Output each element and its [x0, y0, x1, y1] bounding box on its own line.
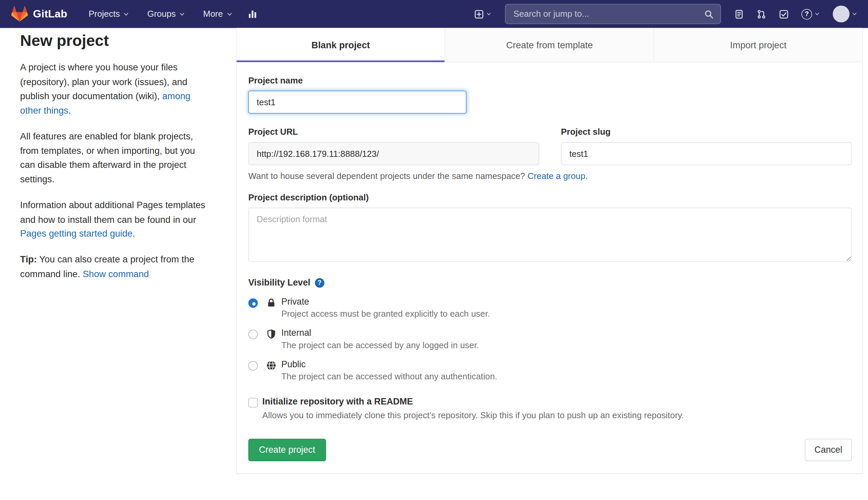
- intro-p1-end: .: [68, 105, 71, 115]
- create-a-group-link[interactable]: Create a group.: [527, 171, 588, 181]
- new-menu-button[interactable]: [470, 6, 496, 22]
- cancel-button[interactable]: Cancel: [805, 439, 852, 461]
- search-box[interactable]: [505, 4, 721, 24]
- visibility-private-description: Project access must be granted explicitl…: [281, 309, 490, 319]
- project-name-label: Project name: [248, 76, 852, 86]
- gitlab-home-link[interactable]: GitLab: [11, 6, 67, 22]
- nav-groups[interactable]: Groups: [141, 5, 192, 23]
- radio-internal[interactable]: [248, 330, 258, 339]
- chevron-down-icon: [179, 11, 185, 17]
- brand-name: GitLab: [33, 8, 68, 20]
- project-url-label: Project URL: [248, 127, 539, 137]
- intro-p3-end: .: [133, 229, 135, 239]
- tip-label: Tip:: [20, 254, 37, 264]
- visibility-option-internal: Internal The project can be accessed by …: [248, 328, 852, 351]
- readme-description: Allows you to immediately clone this pro…: [262, 410, 684, 420]
- visibility-public-description: The project can be accessed without any …: [281, 372, 497, 382]
- lock-icon: [266, 298, 276, 308]
- navbar-right: ?: [470, 2, 863, 26]
- tab-import-project[interactable]: Import project: [654, 28, 862, 62]
- intro-p3-text: Information about additional Pages templ…: [20, 200, 205, 224]
- chevron-down-icon: [486, 11, 492, 17]
- project-description-textarea[interactable]: [248, 208, 852, 262]
- radio-private[interactable]: [248, 298, 258, 308]
- project-name-input[interactable]: [248, 91, 467, 114]
- page-title: New project: [20, 32, 209, 49]
- merge-requests-button[interactable]: [753, 6, 770, 22]
- new-project-panel: Blank project Create from template Impor…: [236, 28, 863, 474]
- question-icon: ?: [801, 9, 812, 20]
- top-navbar: GitLab Projects Groups More: [0, 0, 868, 28]
- tab-create-from-template[interactable]: Create from template: [445, 28, 653, 62]
- visibility-level-label: Visibility Level: [248, 277, 310, 287]
- visibility-private-text: Private Project access must be granted e…: [281, 297, 490, 319]
- nav-projects[interactable]: Projects: [82, 5, 136, 23]
- nav-more-label: More: [203, 9, 223, 19]
- nav-groups-label: Groups: [147, 9, 176, 19]
- create-project-button[interactable]: Create project: [248, 439, 326, 461]
- chevron-down-icon: [123, 11, 129, 17]
- plus-square-icon: [474, 9, 483, 19]
- intro-paragraph-3: Information about additional Pages templ…: [20, 198, 209, 241]
- chevron-down-icon: [226, 11, 232, 17]
- readme-label: Initialize repository with a README: [262, 397, 684, 407]
- main-content: New project A project is where you house…: [0, 28, 868, 474]
- chevron-down-icon: [852, 11, 858, 17]
- project-url-select[interactable]: http://192.168.179.11:8888/123/: [248, 142, 539, 165]
- analytics-button[interactable]: [244, 6, 261, 22]
- project-slug-input[interactable]: [561, 142, 852, 165]
- visibility-help-icon[interactable]: ?: [315, 278, 324, 287]
- project-url-field: Project URL http://192.168.179.11:8888/1…: [248, 127, 539, 165]
- project-description-label: Project description (optional): [248, 193, 852, 203]
- todo-check-icon: [779, 9, 788, 19]
- help-menu-button[interactable]: ?: [798, 5, 824, 23]
- gitlab-new-project-page: GitLab Projects Groups More: [0, 0, 868, 500]
- search-input[interactable]: [506, 4, 720, 23]
- intro-paragraph-1: A project is where you house your files …: [20, 60, 209, 118]
- search-icon: [704, 9, 714, 19]
- visibility-option-public: Public The project can be accessed witho…: [248, 359, 852, 382]
- project-type-tabs: Blank project Create from template Impor…: [236, 28, 862, 62]
- intro-tip: Tip: You can also create a project from …: [20, 252, 209, 281]
- project-slug-label: Project slug: [561, 127, 852, 137]
- radio-public[interactable]: [248, 361, 258, 370]
- show-command-link[interactable]: Show command: [83, 269, 149, 279]
- tab-blank-project-label: Blank project: [312, 39, 370, 50]
- pages-getting-started-guide-link[interactable]: Pages getting started guide: [20, 229, 133, 239]
- visibility-private-name: Private: [281, 297, 490, 307]
- new-project-form: Project name Project URL http://192.168.…: [236, 62, 862, 474]
- bar-chart-icon: [247, 9, 257, 19]
- tab-blank-project[interactable]: Blank project: [236, 28, 445, 62]
- nav-projects-label: Projects: [89, 9, 120, 19]
- visibility-internal-name: Internal: [281, 328, 479, 338]
- todos-button[interactable]: [775, 6, 793, 22]
- tab-create-from-template-label: Create from template: [506, 39, 593, 50]
- nav-more[interactable]: More: [197, 5, 239, 23]
- chevron-down-icon: [814, 11, 820, 17]
- globe-icon: [266, 361, 276, 371]
- namespace-hint: Want to house several dependent projects…: [248, 171, 852, 181]
- new-project-intro: New project A project is where you house…: [0, 28, 236, 293]
- visibility-internal-description: The project can be accessed by any logge…: [281, 340, 479, 350]
- issues-button[interactable]: [730, 6, 748, 22]
- avatar: [833, 6, 849, 22]
- primary-nav: Projects Groups More: [82, 5, 261, 23]
- intro-paragraph-2: All features are enabled for blank proje…: [20, 129, 209, 187]
- visibility-option-private: Private Project access must be granted e…: [248, 297, 852, 319]
- merge-request-icon: [757, 9, 766, 19]
- url-slug-row: Project URL http://192.168.179.11:8888/1…: [248, 127, 852, 165]
- visibility-level-header: Visibility Level ?: [248, 277, 852, 287]
- project-slug-field: Project slug: [561, 127, 852, 165]
- gitlab-tanuki-icon: [11, 6, 28, 22]
- visibility-public-name: Public: [281, 359, 497, 369]
- readme-checkbox[interactable]: [248, 398, 258, 407]
- readme-option: Initialize repository with a README Allo…: [248, 397, 852, 420]
- namespace-hint-text: Want to house several dependent projects…: [248, 171, 528, 181]
- form-actions: Create project Cancel: [248, 439, 852, 461]
- visibility-internal-text: Internal The project can be accessed by …: [281, 328, 479, 351]
- readme-text: Initialize repository with a README Allo…: [262, 397, 684, 420]
- tab-import-project-label: Import project: [730, 39, 786, 50]
- issues-icon: [735, 9, 744, 19]
- project-url-value: http://192.168.179.11:8888/123/: [257, 148, 379, 159]
- user-menu-button[interactable]: [829, 2, 861, 26]
